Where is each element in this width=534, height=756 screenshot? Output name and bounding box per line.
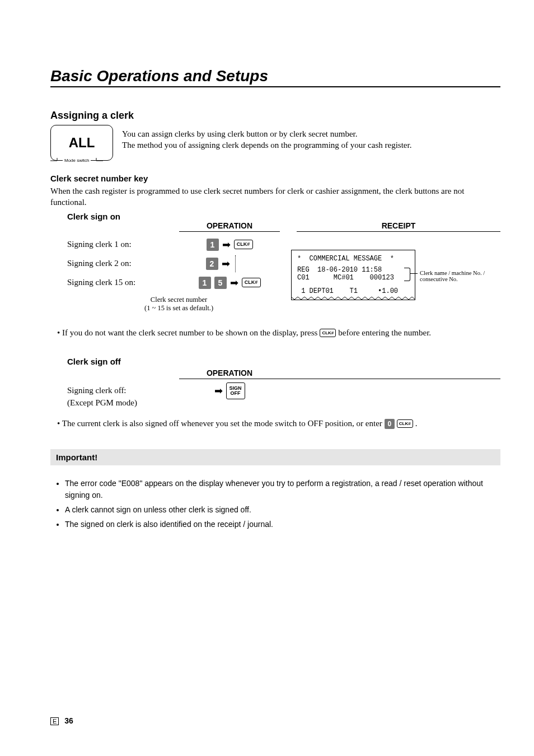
arrow-right-icon: ➡ bbox=[230, 277, 238, 289]
intro-text: You can assign clerks by using clerk but… bbox=[122, 125, 411, 151]
col-operation: OPERATION bbox=[179, 221, 280, 232]
receipt-l4: 1 DEPT01 T1 •1.00 bbox=[297, 287, 409, 295]
torn-edge-icon bbox=[291, 297, 415, 300]
page-number: E 36 bbox=[50, 716, 73, 725]
page-title: Basic Operations and Setups bbox=[50, 67, 500, 87]
clk-key-inline[interactable]: CLK# bbox=[320, 329, 336, 337]
important-item: A clerk cannot sign on unless other cler… bbox=[65, 504, 500, 516]
numkey-5[interactable]: 5 bbox=[214, 277, 227, 289]
receipt-l1: * COMMERCIAL MESSAGE * bbox=[297, 255, 409, 263]
sign-off-heading: Clerk sign off bbox=[67, 357, 500, 366]
intro-line1: You can assign clerks by using clerk but… bbox=[122, 129, 357, 138]
dotted-line-icon bbox=[235, 255, 236, 272]
mode-switch-label: Mode switch bbox=[63, 158, 91, 163]
note2-post: . bbox=[415, 419, 418, 428]
arrow-right-icon: ➡ bbox=[214, 385, 223, 397]
col-receipt: RECEIPT bbox=[297, 221, 500, 232]
mode-switch-box: ALL Mode switch bbox=[50, 125, 113, 164]
page-number-value: 36 bbox=[64, 716, 73, 725]
sign-off-l2: OFF bbox=[231, 391, 241, 396]
numkey-2[interactable]: 2 bbox=[206, 258, 218, 270]
csn-heading: Clerk secret number key bbox=[50, 174, 500, 183]
important-list: The error code "E008" appears on the dis… bbox=[50, 478, 500, 531]
sign-on-heading: Clerk sign on bbox=[67, 212, 500, 221]
numkey-1b[interactable]: 1 bbox=[199, 277, 211, 289]
receipt-l2: REG 18-06-2010 11:58 bbox=[297, 266, 409, 274]
secret-number-note: Clerk secret number (1 ~ 15 is set as de… bbox=[144, 296, 213, 312]
csn-text: When the cash register is programmed to … bbox=[50, 185, 500, 208]
note1-pre: • If you do not want the clerk secret nu… bbox=[57, 328, 317, 338]
callout-bracket-icon bbox=[404, 268, 410, 281]
clk-key[interactable]: CLK# bbox=[234, 240, 253, 249]
receipt-l3: C01 MC#01 000123 bbox=[297, 274, 409, 282]
clk-key-inline-2[interactable]: CLK# bbox=[397, 419, 413, 428]
mode-switch-value: ALL bbox=[50, 125, 113, 161]
receipt-annotation: Clerk name / machine No. / consecutive N… bbox=[420, 270, 500, 282]
secret-note-l2: (1 ~ 15 is set as default.) bbox=[144, 304, 213, 312]
note-hide-secret: • If you do not want the clerk secret nu… bbox=[57, 328, 500, 338]
numkey-1[interactable]: 1 bbox=[207, 239, 219, 251]
intro-line2: The method you of assigning clerk depend… bbox=[122, 141, 411, 150]
receipt-sample: * COMMERCIAL MESSAGE * REG 18-06-2010 11… bbox=[291, 250, 415, 300]
assigning-heading: Assigning a clerk bbox=[50, 110, 500, 122]
note-auto-signoff: • The current clerk is also signed off w… bbox=[57, 419, 500, 429]
important-item: The error code "E008" appears on the dis… bbox=[65, 478, 500, 502]
annot-line-icon bbox=[410, 273, 418, 274]
row-signing-off: Signing clerk off: bbox=[50, 386, 179, 395]
row-signing-2: Signing clerk 2 on: bbox=[50, 259, 179, 268]
important-heading: Important! bbox=[50, 449, 500, 465]
row-signing-1: Signing clerk 1 on: bbox=[50, 240, 179, 249]
secret-note-l1: Clerk secret number bbox=[144, 296, 213, 304]
sign-off-key[interactable]: SIGN OFF bbox=[226, 382, 245, 399]
row-signing-off-sub: (Except PGM mode) bbox=[50, 398, 179, 408]
numkey-0-inline[interactable]: 0 bbox=[385, 419, 395, 429]
col-operation-2: OPERATION bbox=[179, 368, 280, 379]
arrow-right-icon: ➡ bbox=[222, 258, 230, 270]
row-signing-15: Signing clerk 15 on: bbox=[50, 278, 179, 287]
important-item: The signed on clerk is also identified o… bbox=[65, 519, 500, 531]
arrow-right-icon: ➡ bbox=[222, 239, 231, 251]
page-letter: E bbox=[50, 717, 59, 725]
note1-post: before entering the number. bbox=[338, 328, 431, 338]
note2-pre: • The current clerk is also signed off w… bbox=[57, 419, 382, 428]
clk-key-2[interactable]: CLK# bbox=[242, 278, 261, 287]
